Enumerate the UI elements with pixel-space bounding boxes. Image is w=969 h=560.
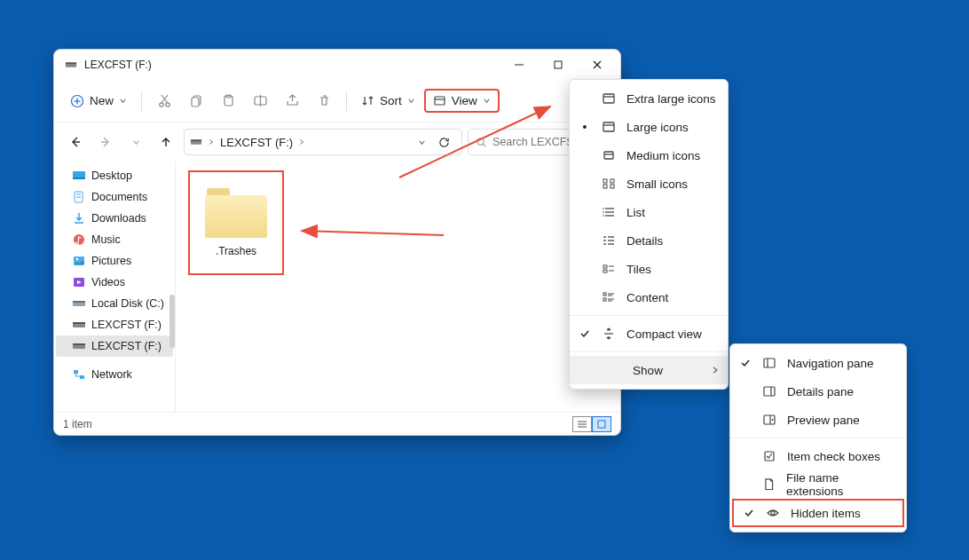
sidebar-item-network[interactable]: Network xyxy=(56,364,173,385)
toolbar: New Sort View xyxy=(54,80,620,122)
svg-point-65 xyxy=(603,215,604,217)
svg-point-10 xyxy=(165,103,169,106)
svg-point-35 xyxy=(76,258,78,260)
documents-icon xyxy=(72,190,86,204)
svg-rect-59 xyxy=(611,185,614,188)
menu-item-navigation-pane[interactable]: Navigation pane xyxy=(730,349,906,377)
drive-icon xyxy=(72,296,86,311)
svg-rect-56 xyxy=(603,179,607,183)
separator xyxy=(141,91,142,111)
svg-point-89 xyxy=(772,419,774,421)
svg-rect-74 xyxy=(603,270,607,272)
view-button[interactable]: View xyxy=(424,89,500,113)
breadcrumb-text: LEXCFST (F:) xyxy=(220,136,293,149)
folder-item-trashes[interactable]: .Trashes xyxy=(188,170,284,275)
svg-rect-83 xyxy=(764,359,775,367)
large-icons-icon xyxy=(602,120,616,134)
body: Desktop Documents Downloads Music Pictur… xyxy=(54,162,620,412)
svg-rect-1 xyxy=(66,62,76,64)
drive-icon xyxy=(72,339,86,353)
svg-rect-14 xyxy=(192,98,199,106)
extra-large-icons-icon xyxy=(602,91,616,106)
refresh-button[interactable] xyxy=(431,130,456,154)
breadcrumb[interactable]: LEXCFST (F:) xyxy=(184,129,462,155)
tiles-icon xyxy=(602,262,616,276)
sidebar-item-lexcfst-1[interactable]: LEXCFST (F:) xyxy=(56,314,173,335)
music-icon xyxy=(72,233,86,247)
sidebar-item-downloads[interactable]: Downloads xyxy=(56,208,173,229)
sidebar-item-documents[interactable]: Documents xyxy=(56,186,173,208)
menu-item-large-icons[interactable]: Large icons xyxy=(570,113,728,141)
svg-point-25 xyxy=(477,138,484,144)
back-button[interactable] xyxy=(63,130,88,154)
svg-rect-41 xyxy=(73,322,85,324)
menu-item-file-name-extensions[interactable]: File name extensions xyxy=(730,470,906,499)
new-button[interactable]: New xyxy=(63,91,134,112)
cut-icon[interactable] xyxy=(149,87,179,115)
svg-rect-52 xyxy=(603,122,614,131)
view-dropdown: Extra large icons Large icons Medium ico… xyxy=(569,79,729,390)
menu-item-details-pane[interactable]: Details pane xyxy=(730,377,906,406)
menu-item-details[interactable]: Details xyxy=(570,226,728,255)
menu-item-list[interactable]: List xyxy=(570,198,728,226)
content-icon xyxy=(602,290,616,304)
new-label: New xyxy=(90,94,114,107)
minimize-button[interactable] xyxy=(500,51,539,78)
menu-item-extra-large-icons[interactable]: Extra large icons xyxy=(570,84,728,113)
sidebar-item-desktop[interactable]: Desktop xyxy=(56,165,173,186)
maximize-button[interactable] xyxy=(539,51,578,78)
menu-item-show[interactable]: Show xyxy=(570,356,728,384)
sidebar-item-lexcfst-2[interactable]: LEXCFST (F:) xyxy=(56,335,173,357)
folder-label: .Trashes xyxy=(216,245,256,257)
compact-view-icon xyxy=(602,327,616,341)
menu-separator xyxy=(730,438,906,438)
separator xyxy=(346,91,347,111)
menu-item-tiles[interactable]: Tiles xyxy=(570,255,728,283)
forward-button[interactable] xyxy=(93,130,118,154)
check-icon xyxy=(739,358,752,368)
content-area: .Trashes xyxy=(175,162,620,412)
svg-rect-3 xyxy=(555,61,562,68)
svg-rect-72 xyxy=(603,265,607,268)
svg-point-91 xyxy=(771,511,775,515)
up-button[interactable] xyxy=(154,130,178,154)
details-layout-button[interactable] xyxy=(572,416,592,432)
rename-icon[interactable] xyxy=(245,87,275,115)
sidebar: Desktop Documents Downloads Music Pictur… xyxy=(54,162,175,412)
sort-button[interactable]: Sort xyxy=(354,91,422,111)
share-icon[interactable] xyxy=(277,87,307,115)
titlebar: LEXCFST (F:) xyxy=(54,50,620,80)
small-icons-icon xyxy=(602,177,616,191)
svg-line-26 xyxy=(483,144,485,146)
check-icon xyxy=(743,508,755,518)
delete-icon[interactable] xyxy=(309,87,339,115)
recent-button[interactable] xyxy=(123,130,148,154)
sidebar-item-videos[interactable]: Videos xyxy=(56,272,173,293)
svg-point-64 xyxy=(603,211,604,213)
sidebar-item-localdisk[interactable]: Local Disk (C:) xyxy=(56,293,173,314)
sidebar-item-music[interactable]: Music xyxy=(56,229,173,250)
menu-item-medium-icons[interactable]: Medium icons xyxy=(570,141,728,170)
menu-item-item-check-boxes[interactable]: Item check boxes xyxy=(730,442,906,470)
paste-icon[interactable] xyxy=(213,87,243,115)
icons-layout-button[interactable] xyxy=(592,416,611,432)
medium-icons-icon xyxy=(602,148,616,162)
chevron-down-icon[interactable] xyxy=(418,138,426,146)
list-icon xyxy=(602,205,616,219)
check-icon xyxy=(579,328,591,339)
close-button[interactable] xyxy=(578,51,617,78)
folder-icon xyxy=(205,188,267,238)
svg-rect-54 xyxy=(604,152,613,159)
menu-item-compact-view[interactable]: Compact view xyxy=(570,319,728,348)
svg-rect-79 xyxy=(603,298,606,301)
menu-item-small-icons[interactable]: Small icons xyxy=(570,170,728,198)
menu-item-preview-pane[interactable]: Preview pane xyxy=(730,406,906,434)
menu-separator xyxy=(570,351,728,352)
sort-label: Sort xyxy=(380,94,402,107)
network-icon xyxy=(72,367,86,382)
menu-item-hidden-items[interactable]: Hidden items xyxy=(732,499,904,527)
svg-rect-57 xyxy=(611,179,614,183)
menu-item-content[interactable]: Content xyxy=(570,283,728,312)
copy-icon[interactable] xyxy=(181,87,211,115)
sidebar-item-pictures[interactable]: Pictures xyxy=(56,250,173,272)
